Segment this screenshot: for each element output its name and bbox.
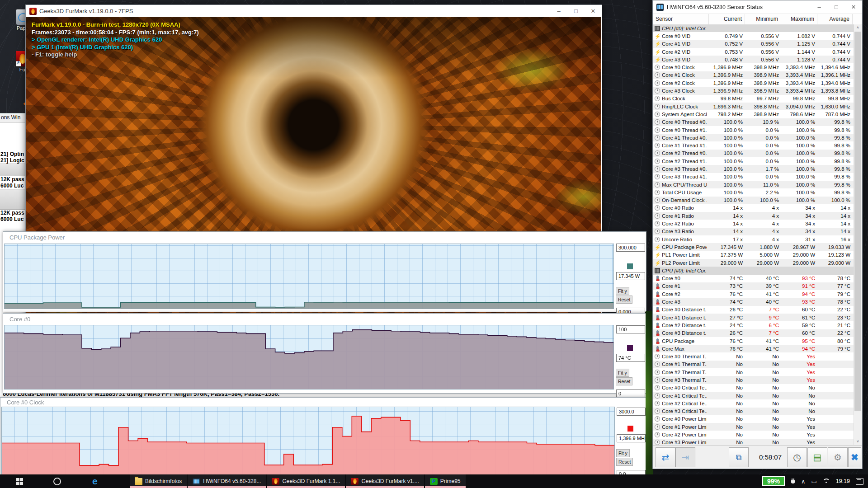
sensor-row[interactable]: Core #0 Distance t...26 °C7 °C60 °C22 °C: [653, 306, 854, 314]
sensor-row[interactable]: Core #2 Thread #0...100.0 %0.0 %100.0 %9…: [653, 150, 854, 157]
sensor-row[interactable]: Total CPU Usage100.0 %2.2 %100.0 %99.8 %: [653, 188, 854, 196]
sensor-row[interactable]: Core #1 Thread #1...100.0 %0.0 %100.0 %9…: [653, 141, 854, 149]
battery-icon[interactable]: ▭: [811, 478, 816, 485]
fit-y-button[interactable]: Fit y: [616, 449, 630, 457]
sensor-row[interactable]: Core #3 Power Limi...NoNoYes: [653, 439, 854, 445]
sensor-row[interactable]: Core #3 Distance t...26 °C7 °C60 °C22 °C: [653, 329, 854, 337]
sensor-row[interactable]: On-Demand Clock ...100.0 %100.0 %100.0 %…: [653, 197, 854, 204]
sensor-row[interactable]: Core #276 °C41 °C94 °C79 °C: [653, 290, 854, 298]
clock-reset-button[interactable]: ◷: [787, 447, 807, 467]
action-center-icon[interactable]: [856, 478, 863, 485]
sensor-row[interactable]: Core #3 Thermal T...NoNoYes: [653, 376, 854, 384]
taskbar-clock[interactable]: 19:19: [836, 478, 850, 484]
scrollbar-thumb[interactable]: [854, 32, 861, 411]
minimize-button[interactable]: –: [550, 5, 567, 17]
sensor-row[interactable]: ⚡CPU Package Power17.345 W1.880 W28.967 …: [653, 243, 854, 251]
sensor-row[interactable]: Core #1 Distance t...27 °C9 °C61 °C23 °C: [653, 314, 854, 321]
fit-y-button[interactable]: Fit y: [616, 369, 629, 377]
sensor-row[interactable]: ⚡Core #0 VID0.749 V0.556 V1.082 V0.744 V: [653, 32, 854, 40]
wifi-icon[interactable]: [823, 479, 830, 484]
column-current[interactable]: Current: [709, 14, 745, 24]
sensor-row[interactable]: Core #2 Distance t...24 °C6 °C59 °C21 °C: [653, 321, 854, 329]
reset-button[interactable]: Reset: [616, 377, 632, 385]
sensor-row[interactable]: Core #0 Critical Te...NoNoNo: [653, 384, 854, 392]
close-button[interactable]: ✕: [585, 5, 602, 17]
hwinfo-titlebar[interactable]: HWiNFO64 v5.60-3280 Sensor Status – □ ✕: [653, 0, 862, 14]
taskbar-app-geeks3d-furmark-v1[interactable]: Geeks3D FurMark v1....: [346, 474, 424, 488]
y-max-input[interactable]: 3000.0: [617, 408, 646, 416]
reset-button[interactable]: Reset: [616, 458, 633, 466]
minimize-button[interactable]: –: [811, 0, 828, 14]
sensor-row[interactable]: System Agent Clock798.2 MHz398.9 MHz798.…: [653, 110, 854, 118]
cortana-button[interactable]: [53, 474, 61, 488]
sensor-row[interactable]: Max CPU/Thread U...100.0 %11.0 %100.0 %9…: [653, 181, 854, 188]
sensor-row[interactable]: Core #0 Thermal T...NoNoYes: [653, 352, 854, 360]
sensor-group-row[interactable]: CPU [#0]: Intel Cor...: [653, 24, 854, 32]
sensor-row[interactable]: Core #1 Thread #0...100.0 %0.0 %100.0 %9…: [653, 134, 854, 141]
sensor-row[interactable]: ⚡PL1 Power Limit17.375 W5.000 W29.000 W1…: [653, 251, 854, 259]
sensor-row[interactable]: Core #374 °C40 °C93 °C78 °C: [653, 298, 854, 305]
sensor-row[interactable]: Bus Clock99.8 MHz99.7 MHz99.8 MHz99.8 MH…: [653, 95, 854, 103]
sensor-group-row[interactable]: CPU [#0]: Intel Cor...: [653, 267, 854, 274]
settings-gear-button[interactable]: ⚙: [828, 447, 848, 467]
table-scrollbar[interactable]: ˄ ˅: [854, 24, 862, 445]
y-max-input[interactable]: 100: [616, 325, 645, 333]
prime95-menu-fragment[interactable]: ons Win: [0, 113, 25, 123]
start-button[interactable]: [16, 474, 23, 488]
column-average[interactable]: Average: [817, 14, 853, 24]
sensor-row[interactable]: Core #0 Ratio14 x4 x34 x14 x: [653, 204, 854, 212]
sensor-row[interactable]: Core #0 Thread #0...100.0 %10.9 %100.0 %…: [653, 118, 854, 126]
sensor-row[interactable]: CPU Package76 °C41 °C95 °C80 °C: [653, 337, 854, 345]
sensor-row[interactable]: Core #2 Thread #1...100.0 %0.0 %100.0 %9…: [653, 157, 854, 165]
sensor-row[interactable]: ⚡Core #2 VID0.753 V0.556 V1.144 V0.744 V: [653, 48, 854, 56]
sensor-row[interactable]: Core #1 Ratio14 x4 x34 x14 x: [653, 212, 854, 220]
collapse-columns-button[interactable]: ⇥: [675, 447, 695, 467]
taskbar-app-prime95[interactable]: PPrime95: [425, 474, 466, 488]
scroll-down-icon[interactable]: ˅: [854, 438, 862, 445]
sensor-row[interactable]: Core #074 °C40 °C93 °C78 °C: [653, 275, 854, 282]
column-maximum[interactable]: Maximum: [781, 14, 817, 24]
sensor-row[interactable]: Core Max76 °C41 °C94 °C79 °C: [653, 345, 854, 352]
sensor-row[interactable]: Uncore Ratio17 x4 x31 x16 x: [653, 235, 854, 243]
taskbar-app-bildschirmfotos[interactable]: Bildschirmfotos: [130, 474, 187, 488]
logging-button[interactable]: ▤: [807, 447, 827, 467]
sensor-row[interactable]: Core #3 Clock1,396.9 MHz398.9 MHz3,393.4…: [653, 87, 854, 94]
furmark-titlebar[interactable]: Geeks3D FurMark v1.19.0.0 - 7FPS – □ ✕: [26, 5, 602, 17]
sensor-row[interactable]: Core #1 Clock1,396.9 MHz398.9 MHz3,393.4…: [653, 71, 854, 79]
sensor-row[interactable]: Core #1 Thermal T...NoNoYes: [653, 361, 854, 368]
battery-percentage-badge[interactable]: 99%: [762, 476, 785, 486]
y-max-input[interactable]: 300.000: [616, 244, 645, 252]
y-min-input[interactable]: 0: [616, 389, 645, 398]
sensor-row[interactable]: Core #2 Ratio14 x4 x34 x14 x: [653, 220, 854, 227]
exit-button[interactable]: ✖: [848, 447, 861, 467]
maximize-button[interactable]: □: [567, 5, 585, 17]
scroll-up-icon[interactable]: ˄: [854, 24, 862, 31]
sensor-row[interactable]: Core #2 Thermal T...NoNoYes: [653, 368, 854, 376]
sensor-row[interactable]: Core #2 Clock1,396.9 MHz398.9 MHz3,393.4…: [653, 79, 854, 87]
sensor-row[interactable]: Core #3 Critical Te...NoNoNo: [653, 408, 854, 415]
fit-y-button[interactable]: Fit y: [616, 287, 629, 295]
sensor-row[interactable]: ⚡Core #3 VID0.748 V0.556 V1.128 V0.744 V: [653, 56, 854, 63]
sensor-row[interactable]: Core #1 Power Limi...NoNoYes: [653, 423, 854, 431]
maximize-button[interactable]: □: [828, 0, 845, 14]
sensor-row[interactable]: Core #1 Critical Te...NoNoNo: [653, 392, 854, 399]
sensor-row[interactable]: Core #0 Power Limi...NoNoYes: [653, 415, 854, 423]
edge-button[interactable]: e: [92, 474, 98, 488]
column-minimum[interactable]: Minimum: [745, 14, 781, 24]
remote-monitoring-button[interactable]: ⧉: [729, 447, 749, 467]
close-button[interactable]: ✕: [845, 0, 862, 14]
sensor-row[interactable]: Core #3 Thread #1...100.0 %0.0 %100.0 %9…: [653, 173, 854, 181]
sensor-row[interactable]: Core #0 Thread #1...100.0 %0.0 %100.0 %9…: [653, 126, 854, 134]
sensor-row[interactable]: Ring/LLC Clock1,696.3 MHz398.8 MHz3,094.…: [653, 103, 854, 110]
sensor-row[interactable]: ⚡Core #1 VID0.752 V0.556 V1.125 V0.744 V: [653, 40, 854, 48]
sensor-row[interactable]: ⚡PL2 Power Limit29.000 W29.000 W29.000 W…: [653, 259, 854, 267]
power-plug-icon[interactable]: [791, 479, 795, 484]
sensor-row[interactable]: Core #173 °C39 °C91 °C77 °C: [653, 282, 854, 290]
sensor-table-header[interactable]: Sensor Current Minimum Maximum Average: [653, 14, 862, 25]
sensor-row[interactable]: Core #3 Thread #0...100.0 %1.7 %100.0 %9…: [653, 165, 854, 173]
taskbar-app-hwinfo64-v5-60-328[interactable]: HWiNFO64 v5.60-328...: [188, 474, 266, 488]
tray-expand-icon[interactable]: ∧: [801, 478, 806, 485]
swap-columns-button[interactable]: ⇄: [656, 447, 675, 467]
sensor-row[interactable]: Core #0 Clock1,396.9 MHz398.9 MHz3,393.4…: [653, 63, 854, 71]
sensor-row[interactable]: Core #2 Critical Te...NoNoNo: [653, 399, 854, 407]
